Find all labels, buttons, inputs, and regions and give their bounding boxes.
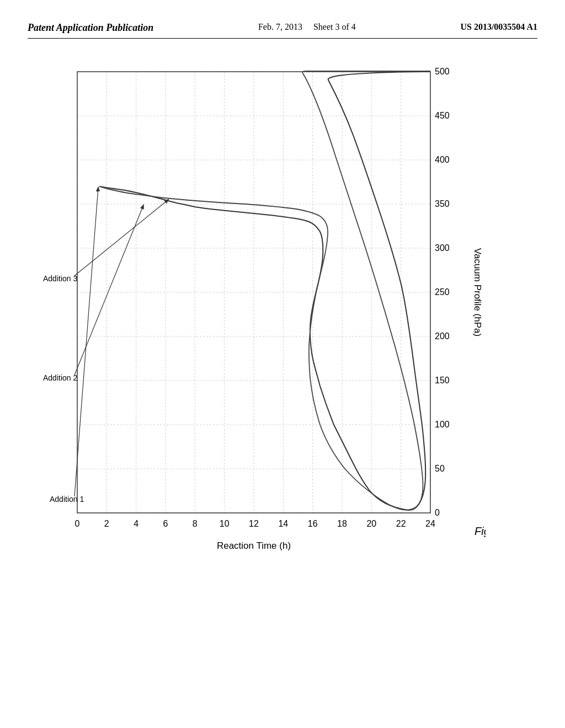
chart-svg: 0 2 4 6 8 10 12 14 16 18 20 22 24 Reacti…: [33, 66, 486, 574]
y-label-0: 0: [435, 508, 440, 517]
y-axis-title: Vacuum Profile (hPa): [472, 248, 483, 336]
y-label-500: 500: [435, 67, 450, 76]
x-label-4: 4: [134, 519, 138, 528]
y-label-300: 300: [435, 243, 450, 253]
x-label-0: 0: [75, 519, 80, 528]
addition1-label: Addition 1: [50, 495, 84, 504]
y-label-400: 400: [435, 155, 450, 164]
sheet-info: Sheet 3 of 4: [313, 22, 356, 31]
addition3-label: Addition 3: [43, 274, 77, 283]
x-label-18: 18: [337, 519, 347, 528]
y-label-150: 150: [435, 376, 450, 385]
svg-line-27: [74, 200, 168, 276]
publication-date: Feb. 7, 2013: [258, 22, 302, 31]
x-label-12: 12: [249, 519, 259, 528]
x-label-16: 16: [308, 519, 318, 528]
y-label-100: 100: [435, 420, 450, 429]
addition1-annotation: Addition 1: [50, 188, 98, 504]
chart-curve-main: [99, 71, 430, 510]
y-label-250: 250: [435, 287, 450, 297]
svg-line-26: [74, 205, 143, 375]
x-label-24: 24: [425, 519, 435, 528]
chart-container: 0 2 4 6 8 10 12 14 16 18 20 22 24 Reacti…: [33, 66, 486, 574]
x-label-10: 10: [220, 519, 230, 528]
y-label-450: 450: [435, 111, 450, 120]
publication-title: Patent Application Publication: [28, 22, 153, 34]
x-label-8: 8: [193, 519, 198, 528]
page: Patent Application Publication Feb. 7, 2…: [0, 0, 565, 728]
addition3-annotation: Addition 3: [43, 200, 168, 283]
x-label-2: 2: [104, 519, 109, 528]
x-label-14: 14: [278, 519, 288, 528]
y-axis-labels: 0 50 100 150 200 250 300 350 400 450 500: [435, 67, 450, 517]
header: Patent Application Publication Feb. 7, 2…: [28, 22, 537, 39]
header-date-sheet: Feb. 7, 2013 Sheet 3 of 4: [258, 22, 356, 32]
addition2-label: Addition 2: [43, 373, 77, 382]
x-label-22: 22: [396, 519, 406, 528]
y-label-200: 200: [435, 331, 450, 341]
chart-curve: [99, 72, 430, 510]
x-label-6: 6: [163, 519, 168, 528]
y-label-50: 50: [435, 464, 445, 473]
y-label-350: 350: [435, 199, 450, 208]
patent-number: US 2013/0035504 A1: [460, 22, 537, 32]
x-axis-labels: 0 2 4 6 8 10 12 14 16 18 20 22 24: [75, 519, 435, 528]
x-axis-title: Reaction Time (h): [217, 540, 291, 551]
svg-line-25: [74, 188, 98, 496]
figure-label: Fig. 3: [475, 525, 486, 537]
x-label-20: 20: [366, 519, 376, 528]
